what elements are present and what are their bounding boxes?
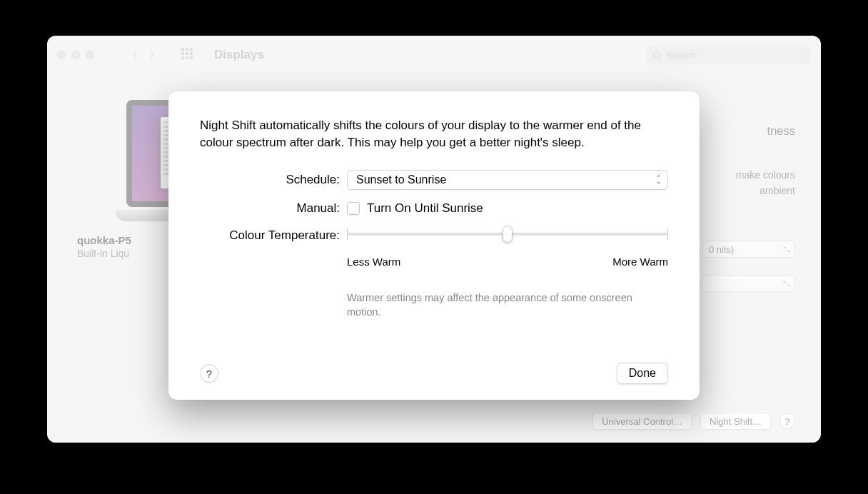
colour-temperature-label: Colour Temperature:: [200, 227, 347, 243]
schedule-label: Schedule:: [200, 173, 347, 187]
chevron-up-down-icon: ⌃⌄: [656, 176, 662, 183]
schedule-select[interactable]: Sunset to Sunrise ⌃⌄: [347, 170, 668, 190]
night-shift-sheet: Night Shift automatically shifts the col…: [168, 91, 700, 400]
schedule-value: Sunset to Sunrise: [356, 173, 446, 186]
slider-min-label: Less Warm: [347, 256, 400, 268]
manual-label: Manual:: [200, 201, 347, 216]
sheet-description: Night Shift automatically shifts the col…: [200, 117, 668, 151]
slider-max-label: More Warm: [612, 256, 668, 268]
sheet-help-button[interactable]: ?: [200, 364, 218, 383]
slider-knob[interactable]: [503, 226, 513, 243]
manual-checkbox[interactable]: [347, 202, 360, 215]
manual-checkbox-label: Turn On Until Sunrise: [367, 201, 483, 216]
colour-temperature-slider[interactable]: [347, 227, 668, 241]
done-button[interactable]: Done: [617, 363, 668, 384]
slider-hint: Warmer settings may affect the appearanc…: [347, 291, 632, 320]
